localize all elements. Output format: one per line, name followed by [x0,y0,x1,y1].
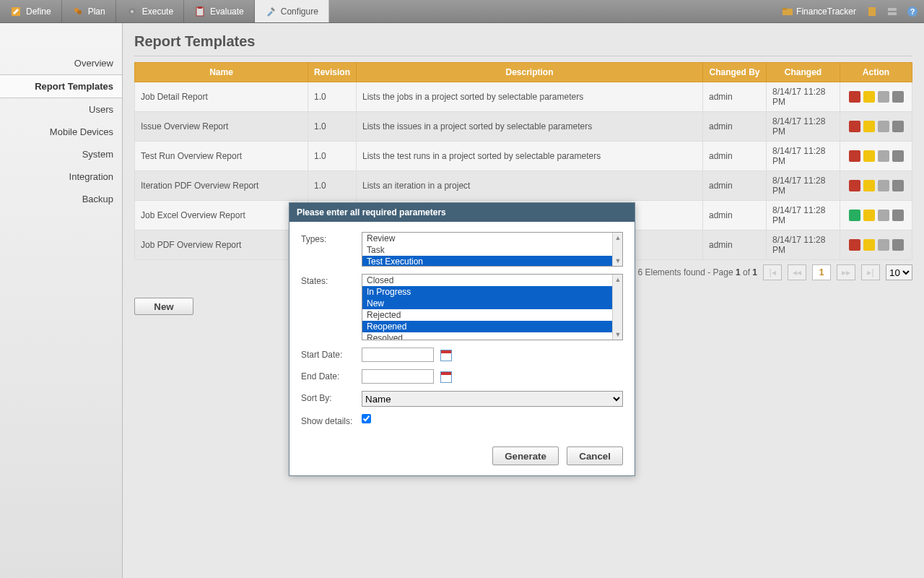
top-tabs: Define Plan Execute Evaluate Configure [0,0,329,22]
pager-last[interactable]: ▸| [861,264,880,280]
delete-icon[interactable] [892,180,904,191]
pager-prev[interactable]: ◂◂ [788,264,806,280]
help-icon[interactable]: ? [905,4,920,19]
delete-icon[interactable] [892,121,904,132]
tab-execute[interactable]: Execute [116,0,184,22]
show-details-checkbox[interactable] [362,414,371,423]
cell-changed: 8/14/17 11:28 PM [767,142,840,171]
col-description[interactable]: Description [357,63,703,82]
calendar-icon[interactable] [440,371,452,383]
list-option[interactable]: Review [362,233,622,244]
edit-icon[interactable] [863,210,875,221]
pager-size-select[interactable]: 10 [886,264,912,280]
copy-icon[interactable] [878,180,889,191]
col-action: Action [840,63,912,82]
download-icon[interactable] [849,239,860,251]
delete-icon[interactable] [892,210,904,221]
cancel-button[interactable]: Cancel [567,447,623,465]
calendar-icon[interactable] [440,350,452,361]
sidebar-item-users[interactable]: Users [0,98,122,121]
table-row[interactable]: Test Run Overview Report1.0Lists the tes… [135,142,912,171]
list-option[interactable]: Resolved [362,332,622,340]
col-revision[interactable]: Revision [308,63,357,82]
list-option[interactable]: Reopened [362,321,622,332]
delete-icon[interactable] [892,239,904,251]
server-icon[interactable] [885,4,899,19]
list-option[interactable]: In Progress [362,286,622,298]
generate-button[interactable]: Generate [492,447,559,465]
cell-actions [840,171,912,201]
tab-plan[interactable]: Plan [62,0,116,22]
show-details-label: Show details: [301,414,362,426]
list-option[interactable]: Closed [362,275,622,286]
types-scrollbar[interactable]: ▲▼ [612,233,622,266]
svg-rect-11 [888,12,897,15]
edit-icon[interactable] [863,91,875,103]
copy-icon[interactable] [878,121,889,132]
top-nav: Define Plan Execute Evaluate Configure F… [0,0,924,23]
list-option[interactable]: New [362,298,622,309]
list-option[interactable]: Test Execution [362,256,622,267]
table-row[interactable]: Issue Overview Report1.0Lists the issues… [135,112,912,142]
sidebar-item-overview[interactable]: Overview [0,52,122,74]
delete-icon[interactable] [892,91,904,103]
edit-icon[interactable] [863,239,875,251]
copy-icon[interactable] [878,210,889,221]
download-icon[interactable] [849,121,860,132]
tab-evaluate[interactable]: Evaluate [184,0,255,22]
states-scrollbar[interactable]: ▲▼ [612,275,622,340]
download-icon[interactable] [849,210,860,221]
copy-icon[interactable] [878,91,889,103]
pager-next[interactable]: ▸▸ [837,264,855,280]
sidebar-item-system[interactable]: System [0,143,122,165]
edit-icon[interactable] [863,180,875,191]
sidebar-item-integration[interactable]: Integration [0,165,122,188]
cell-changed-by: admin [703,201,767,230]
col-changed-by[interactable]: Changed By [703,63,767,82]
pager-page-1[interactable]: 1 [812,264,831,280]
col-name[interactable]: Name [135,63,308,82]
cell-name: Iteration PDF Overview Report [135,171,308,201]
states-listbox[interactable]: ClosedIn ProgressNewRejectedReopenedReso… [362,274,623,340]
clipboard-top-icon[interactable] [865,4,879,19]
table-row[interactable]: Iteration PDF Overview Report1.0Lists an… [135,171,912,201]
sort-by-label: Sort By: [301,391,362,403]
list-option[interactable]: Task [362,244,622,256]
tab-label: Configure [281,7,318,17]
end-date-input[interactable] [362,369,434,384]
edit-icon[interactable] [863,121,875,132]
sidebar-item-backup[interactable]: Backup [0,188,122,210]
list-option[interactable]: Rejected [362,309,622,321]
table-row[interactable]: Job Detail Report1.0Lists the jobs in a … [135,82,912,112]
top-right: FinanceTracker ? [782,0,920,23]
sort-by-select[interactable]: Name [362,391,623,407]
tab-label: Execute [142,7,173,17]
tab-label: Evaluate [210,7,244,17]
tab-configure[interactable]: Configure [255,0,329,22]
new-button[interactable]: New [134,298,193,315]
app-name: FinanceTracker [796,7,856,17]
copy-icon[interactable] [878,239,889,251]
app-switcher[interactable]: FinanceTracker [782,6,856,17]
sidebar: Overview Report Templates Users Mobile D… [0,23,123,578]
pager-first[interactable]: |◂ [763,264,782,280]
col-changed[interactable]: Changed [767,63,840,82]
sidebar-item-mobile-devices[interactable]: Mobile Devices [0,121,122,143]
copy-icon[interactable] [878,150,889,162]
cell-changed: 8/14/17 11:28 PM [767,230,840,260]
types-listbox[interactable]: ReviewTaskTest Execution▲▼ [362,232,623,267]
title-divider [134,56,912,56]
sidebar-item-report-templates[interactable]: Report Templates [0,74,122,98]
download-icon[interactable] [849,91,860,103]
pager-info: 6 Elements found - Page 1 of 1 [638,267,757,277]
delete-icon[interactable] [892,150,904,162]
cell-description: Lists the issues in a project sorted by … [357,112,703,142]
cell-description: Lists the test runs in a project sorted … [357,142,703,171]
download-icon[interactable] [849,150,860,162]
download-icon[interactable] [849,180,860,191]
tab-define[interactable]: Define [0,0,62,22]
cell-actions [840,230,912,260]
start-date-input[interactable] [362,348,434,362]
edit-icon[interactable] [863,150,875,162]
cell-changed-by: admin [703,230,767,260]
